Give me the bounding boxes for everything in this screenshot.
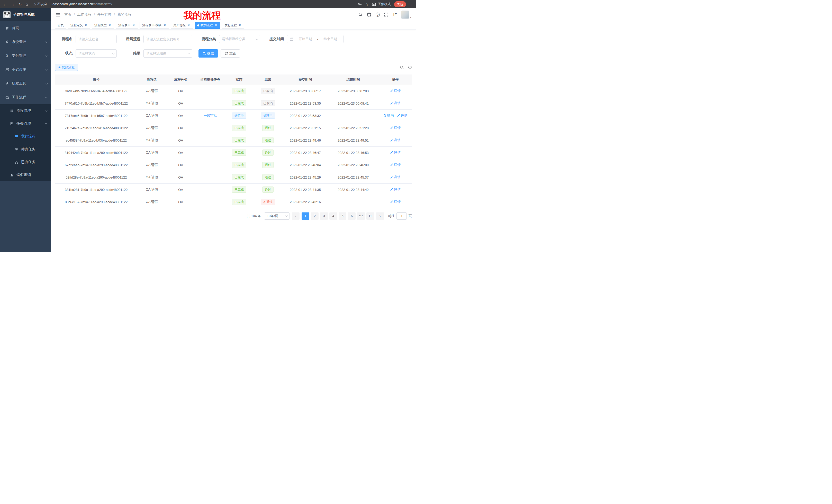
sidebar-item-system[interactable]: 系统管理 [0, 35, 51, 49]
font-size-icon[interactable]: TT [393, 12, 397, 17]
github-icon[interactable] [367, 12, 371, 17]
cell-result: 通过 [253, 122, 283, 134]
action-detail-link[interactable]: 详情 [390, 138, 400, 143]
browser-home-icon[interactable]: ⌂ [26, 2, 28, 6]
page-button[interactable]: 6 [348, 213, 356, 220]
cell-category: OA [166, 171, 195, 184]
tab[interactable]: 我的流程× [194, 22, 220, 29]
tab[interactable]: 用户分组× [171, 22, 193, 29]
browser-menu-icon[interactable]: ⋮ [409, 2, 413, 6]
app-logo[interactable]: 芋道管理系统 [0, 8, 51, 21]
reset-button[interactable]: 重置 [220, 49, 240, 58]
help-icon[interactable]: ? [375, 12, 380, 17]
sidebar-item-todo-tasks[interactable]: 待办任务 [0, 143, 51, 156]
prev-page-button[interactable]: ‹ [292, 213, 300, 220]
status-tag: 已完成 [232, 137, 246, 143]
process-definition-input-field[interactable] [146, 37, 189, 41]
action-label: 取消 [387, 113, 394, 118]
update-button[interactable]: 更新 [394, 1, 406, 7]
sidebar-item-task-management[interactable]: 任务管理 [0, 117, 51, 130]
reload-icon[interactable]: ↻ [19, 2, 22, 6]
tab[interactable]: 流程表单-编辑× [139, 22, 169, 29]
cell-actions: 详情 [379, 184, 412, 196]
avatar[interactable] [401, 10, 409, 19]
sidebar-item-done-tasks[interactable]: 已办任务 [0, 156, 51, 169]
action-detail-link[interactable]: 详情 [390, 89, 400, 93]
search-icon[interactable] [358, 12, 363, 17]
breadcrumb-item[interactable]: 工作流程 [77, 12, 92, 17]
security-warning[interactable]: ⚠ 不安全 [33, 2, 47, 6]
address-bar[interactable]: ⚠ 不安全 dashboard.yudao.iocoder.cn/bpm/tas… [33, 2, 354, 6]
sidebar-item-devtools[interactable]: 研发工具 [0, 77, 51, 90]
category-select[interactable]: 请选择流程分类 [219, 35, 260, 43]
tab-close-icon[interactable]: × [163, 24, 166, 27]
page-size-select[interactable]: 10条/页 [264, 213, 290, 220]
sidebar-item-process-management[interactable]: 流程管理 [0, 104, 51, 117]
tab[interactable]: 流程模型× [92, 22, 114, 29]
tab-close-icon[interactable]: × [187, 24, 190, 27]
tab[interactable]: 流程表单× [116, 22, 138, 29]
status-tag: 已完成 [232, 149, 246, 156]
user-menu[interactable]: ▾ [401, 10, 411, 19]
sidebar-item-leave-query[interactable]: 请假查询 [0, 169, 51, 181]
back-icon[interactable]: ← [3, 2, 7, 6]
current-task-link[interactable]: 一级审批 [204, 114, 217, 117]
action-detail-link[interactable]: 详情 [390, 101, 400, 106]
cell-id: 67c2eaab-7b9a-11ec-a290-acde48001122 [55, 159, 137, 171]
result-select[interactable]: 请选择流结果 [144, 49, 192, 58]
page-button[interactable]: 5 [339, 213, 346, 220]
tab-close-icon[interactable]: × [84, 24, 88, 27]
sidebar-item-label: 研发工具 [12, 81, 26, 86]
security-label: 不安全 [37, 2, 47, 6]
tab-close-icon[interactable]: × [132, 24, 135, 27]
process-name-input-field[interactable] [78, 37, 114, 41]
list-icon [10, 109, 14, 113]
page-button[interactable]: 2 [311, 213, 318, 220]
create-process-button[interactable]: + 发起流程 [55, 64, 78, 71]
tab-close-icon[interactable]: × [238, 24, 242, 27]
sidebar-item-my-process[interactable]: 我的流程 [0, 130, 51, 143]
tab[interactable]: 发起流程× [222, 22, 244, 29]
goto-page-input[interactable] [396, 213, 407, 220]
tab[interactable]: 首页 [55, 22, 66, 29]
bookmark-star-icon[interactable]: ☆ [365, 2, 368, 6]
action-detail-link[interactable]: 详情 [390, 187, 400, 192]
cell-process-name: OA 请假 [137, 85, 166, 97]
refresh-table-icon[interactable] [408, 65, 412, 69]
action-detail-link[interactable]: 详情 [390, 175, 400, 179]
tab[interactable]: 流程定义× [68, 22, 90, 29]
sidebar-item-infrastructure[interactable]: 基础设施 [0, 63, 51, 77]
action-detail-link[interactable]: 详情 [390, 200, 400, 204]
cell-submit-time: 2022-01-22 23:53:35 [283, 97, 327, 109]
tab-close-icon[interactable]: × [108, 24, 111, 27]
status-select[interactable]: 请选择状态 [76, 49, 117, 58]
breadcrumb-item[interactable]: 我的流程 [117, 12, 132, 17]
page-button[interactable]: 4 [329, 213, 337, 220]
process-definition-input[interactable] [144, 35, 192, 43]
hamburger-icon[interactable] [55, 13, 60, 17]
action-cancel-link[interactable]: 取消 [383, 113, 394, 118]
forward-icon[interactable]: → [11, 2, 15, 6]
tab-close-icon[interactable]: × [214, 24, 218, 27]
cell-result: 通过 [253, 184, 283, 196]
next-page-button[interactable]: › [376, 213, 384, 220]
sidebar-item-payment[interactable]: ¥ 支付管理 [0, 49, 51, 63]
page-button[interactable]: 11 [366, 213, 374, 220]
search-button[interactable]: 搜索 [199, 49, 218, 58]
action-detail-link[interactable]: 详情 [390, 163, 400, 167]
password-key-icon[interactable] [358, 2, 362, 6]
action-detail-link[interactable]: 详情 [390, 150, 400, 155]
action-detail-link[interactable]: 详情 [397, 113, 408, 118]
page-ellipsis[interactable]: ••• [357, 213, 365, 220]
sidebar-item-workflow[interactable]: 工作流程 [0, 90, 51, 104]
page-button[interactable]: 3 [320, 213, 328, 220]
toggle-search-icon[interactable] [400, 65, 404, 69]
breadcrumb-item[interactable]: 首页 [64, 12, 72, 17]
page-button[interactable]: 1 [302, 213, 309, 220]
date-range-picker[interactable]: 开始日期 - 结束日期 [287, 35, 343, 43]
action-detail-link[interactable]: 详情 [390, 125, 400, 130]
fullscreen-icon[interactable] [384, 12, 388, 17]
sidebar-item-home[interactable]: 首页 [0, 21, 51, 35]
process-name-input[interactable] [76, 35, 117, 43]
breadcrumb-item[interactable]: 任务管理 [97, 12, 111, 17]
